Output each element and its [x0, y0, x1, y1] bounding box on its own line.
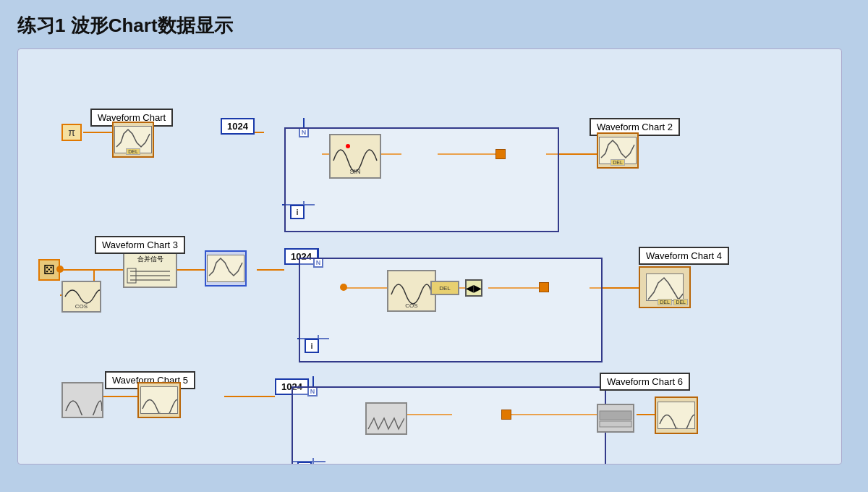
sin-func: SIN [329, 134, 381, 179]
waveform-chart-2-block[interactable]: DEL [597, 132, 639, 169]
diagram-area: π Waveform Chart DEL 1024 N [17, 48, 842, 465]
orange-dot-2 [56, 266, 64, 273]
chart-5-wave-label: ~ [158, 409, 161, 415]
cos-label-inner: COS [405, 302, 417, 309]
svg-point-29 [346, 144, 350, 148]
pi-constant: π [61, 124, 82, 141]
index-i-3: i [297, 462, 312, 465]
loop-box-2 [299, 258, 603, 362]
chart-3-wave [208, 255, 244, 281]
cos-func-inner: COS [387, 270, 436, 312]
waveform-chart-3-block[interactable] [205, 250, 247, 287]
del-block-1: DEL [430, 281, 459, 295]
gray-tunnel-right [597, 404, 634, 433]
chart-4-del: DEL [658, 299, 672, 305]
page-title: 练习1 波形Chart数据显示 [17, 13, 851, 38]
merge-arrow: ◀▶ [465, 279, 482, 297]
gray-chart-left [61, 382, 103, 418]
tunnel-right-3 [501, 410, 511, 420]
chart-4-wave [647, 274, 684, 301]
gray-bar-icon [598, 405, 633, 431]
waveform-chart-6-block[interactable]: ~ [655, 396, 698, 434]
cos-label-left: COS [75, 303, 88, 310]
waveform-chart-1-block[interactable]: DEL [112, 122, 154, 158]
gray-chart-inner [365, 402, 407, 435]
svg-rect-34 [600, 411, 631, 420]
index-i-2: i [305, 339, 319, 353]
chart-1-del: DEL [126, 148, 140, 155]
waveform-chart-5-block[interactable]: ~ [137, 382, 181, 418]
orange-dot-loop2 [340, 284, 347, 291]
tunnel-right-2 [539, 282, 549, 292]
waveform-chart-4-block[interactable]: DEL DEL [639, 266, 691, 308]
cos-func-left: COS [61, 281, 101, 313]
sin-label: SIN [349, 168, 360, 175]
loop-box-1 [284, 127, 559, 232]
index-i-1: i [290, 205, 305, 219]
gray-wave-left [63, 383, 102, 415]
svg-rect-35 [600, 421, 631, 427]
merge-block: 合并信号 [123, 252, 177, 288]
chart-2-del: DEL [610, 159, 625, 166]
chart-4-icon [646, 273, 684, 301]
waveform-chart-6-label: Waveform Chart 6 [600, 373, 690, 391]
loop-count-1: 1024 [221, 118, 255, 135]
main-container: 练习1 波形Chart数据显示 [0, 0, 868, 492]
chart-4-del2: DEL [673, 299, 688, 305]
chart-3-icon [207, 255, 244, 282]
gray-wave-inner [367, 404, 404, 431]
loop-box-3 [292, 386, 606, 465]
tunnel-right-1 [495, 149, 506, 159]
waveform-chart-4-label: Waveform Chart 4 [639, 247, 729, 265]
chart-6-wave-label: ~ [675, 425, 678, 431]
merge-icon [127, 266, 174, 286]
waveform-chart-3-label: Waveform Chart 3 [95, 236, 185, 254]
